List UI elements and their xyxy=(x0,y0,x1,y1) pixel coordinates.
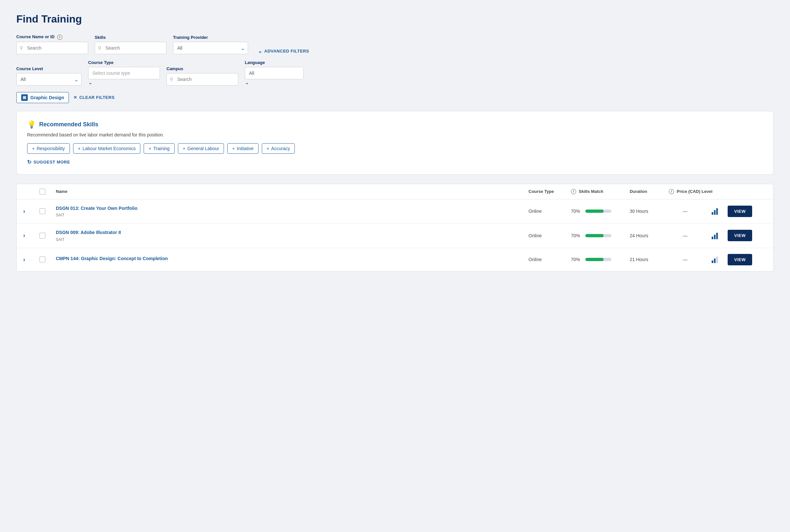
table-header: Name Course Type i Skills Match Duration… xyxy=(17,184,773,200)
course-name-input[interactable] xyxy=(16,42,88,54)
row2-skills-match: 70% xyxy=(571,233,630,238)
training-provider-select[interactable]: All SAIT NAIT University of Calgary xyxy=(173,42,248,54)
header-price: i Price (CAD) xyxy=(669,189,701,194)
skill-plus-icon-responsibility: + xyxy=(32,146,35,151)
graphic-design-chip-label: Graphic Design xyxy=(30,95,64,100)
row3-course-type: Online xyxy=(528,257,571,262)
skill-chip-general-labour[interactable]: + General Labour xyxy=(178,143,224,154)
skill-plus-icon-initiative: + xyxy=(232,146,235,151)
table-row: › DSGN 009: Adobe Illustrator II SAIT On… xyxy=(17,224,773,248)
row2-level-icon xyxy=(712,232,718,239)
row2-duration: 24 Hours xyxy=(630,233,669,238)
suggest-more-link[interactable]: ↻ SUGGEST MORE xyxy=(27,159,763,165)
header-level: Level xyxy=(701,189,728,194)
campus-label: Campus xyxy=(167,66,238,71)
row3-progress-bar-bg xyxy=(585,258,612,261)
language-chevron-icon: ⌄ xyxy=(245,80,249,85)
row3-course-name-link[interactable]: CMPN 144: Graphic Design: Concept to Com… xyxy=(56,256,168,261)
row1-course-type: Online xyxy=(528,209,571,214)
graphic-design-chip-icon xyxy=(21,94,28,101)
clear-filters-x-icon: ✕ xyxy=(73,95,77,100)
row1-skills-match: 70% xyxy=(571,209,630,214)
course-level-label: Course Level xyxy=(16,66,81,71)
row2-progress-bar-bg xyxy=(585,234,612,237)
row2-course-name-link[interactable]: DSGN 009: Adobe Illustrator II xyxy=(56,230,121,235)
language-select[interactable]: All English French xyxy=(245,67,304,79)
suggest-more-icon: ↻ xyxy=(27,159,32,165)
training-provider-wrap: All SAIT NAIT University of Calgary ⌄ xyxy=(173,42,248,54)
row3-price: — xyxy=(669,257,701,262)
course-type-label: Course Type xyxy=(88,60,160,65)
table-row: › DSGN 013: Create Your Own Portfolio SA… xyxy=(17,200,773,224)
header-skills-match: i Skills Match xyxy=(571,189,630,194)
skill-chips-row: + Responsibility + Labour Market Economi… xyxy=(27,143,763,154)
course-level-select[interactable]: All Beginner Intermediate Advanced xyxy=(16,73,81,86)
row2-checkbox[interactable] xyxy=(39,233,45,239)
row2-progress-bar-fill xyxy=(585,234,604,237)
row3-skills-match: 70% xyxy=(571,257,630,262)
lightbulb-icon: 💡 xyxy=(27,120,36,129)
table-row: › CMPN 144: Graphic Design: Concept to C… xyxy=(17,248,773,271)
skill-chip-accuracy[interactable]: + Accuracy xyxy=(262,143,295,154)
recommended-skills-desc: Recommended based on live labor market d… xyxy=(27,132,763,137)
row2-view-button[interactable]: VIEW xyxy=(728,230,752,241)
clear-filters-link[interactable]: ✕ CLEAR FILTERS xyxy=(73,95,115,100)
row1-view-btn-cell: VIEW xyxy=(728,206,767,217)
row2-view-btn-cell: VIEW xyxy=(728,230,767,241)
row1-progress-bar-bg xyxy=(585,210,612,213)
row1-view-button[interactable]: VIEW xyxy=(728,206,752,217)
row1-course-info: DSGN 013: Create Your Own Portfolio SAIT xyxy=(56,205,528,218)
page-title: Find Training xyxy=(16,13,774,25)
price-info-icon: i xyxy=(669,189,674,194)
row1-level xyxy=(701,208,728,215)
skill-chip-responsibility[interactable]: + Responsibility xyxy=(27,143,70,154)
header-checkbox-wrap xyxy=(39,189,56,194)
skill-plus-icon-general-labour: + xyxy=(183,146,185,151)
skills-search-icon: ⚲ xyxy=(98,45,101,51)
row1-price: — xyxy=(669,209,701,214)
skill-chip-initiative[interactable]: + Initiative xyxy=(227,143,259,154)
skills-input[interactable] xyxy=(95,42,167,54)
skills-search-wrap: ⚲ xyxy=(95,42,167,54)
graphic-design-chip[interactable]: Graphic Design xyxy=(16,92,69,103)
row3-view-btn-cell: VIEW xyxy=(728,254,767,265)
row2-level xyxy=(701,232,728,239)
row1-course-name-link[interactable]: DSGN 013: Create Your Own Portfolio xyxy=(56,206,137,211)
row2-provider: SAIT xyxy=(56,237,528,242)
row1-duration: 30 Hours xyxy=(630,209,669,214)
course-type-wrap: Select course type Online In-Person Hybr… xyxy=(88,67,160,86)
language-wrap: All English French ⌄ xyxy=(245,67,304,86)
advanced-filters-link[interactable]: ⌄ ADVANCED FILTERS xyxy=(258,48,309,54)
row1-checkbox[interactable] xyxy=(39,208,45,214)
campus-input[interactable] xyxy=(167,73,238,86)
recommended-skills-section: 💡 Recommended Skills Recommended based o… xyxy=(16,111,774,175)
campus-search-wrap: ⚲ xyxy=(167,73,238,86)
course-type-select[interactable]: Select course type Online In-Person Hybr… xyxy=(88,67,160,79)
row3-view-button[interactable]: VIEW xyxy=(728,254,752,265)
expand-row2-btn[interactable]: › xyxy=(23,232,39,239)
header-checkbox[interactable] xyxy=(39,189,45,194)
active-filters-row: Graphic Design ✕ CLEAR FILTERS xyxy=(16,92,774,103)
skill-plus-icon-training: + xyxy=(149,146,151,151)
row3-level-icon xyxy=(712,256,718,263)
row3-duration: 21 Hours xyxy=(630,257,669,262)
skill-chip-training[interactable]: + Training xyxy=(144,143,174,154)
recommended-skills-title: 💡 Recommended Skills xyxy=(27,120,763,129)
language-label: Language xyxy=(245,60,304,65)
expand-row1-btn[interactable]: › xyxy=(23,208,39,215)
course-type-chevron-icon: ⌄ xyxy=(88,80,92,85)
expand-row3-btn[interactable]: › xyxy=(23,256,39,263)
skills-match-info-icon: i xyxy=(571,189,576,194)
row1-level-icon xyxy=(712,208,718,215)
row3-checkbox[interactable] xyxy=(39,256,45,262)
row1-provider: SAIT xyxy=(56,213,528,217)
course-name-info-icon: i xyxy=(57,35,62,40)
campus-search-icon: ⚲ xyxy=(170,77,173,82)
course-name-search-icon: ⚲ xyxy=(20,45,23,51)
header-course-type: Course Type xyxy=(528,189,571,194)
skill-chip-labour-market-economics[interactable]: + Labour Market Economics xyxy=(73,143,141,154)
skill-plus-icon-accuracy: + xyxy=(267,146,269,151)
course-name-search-wrap: ⚲ xyxy=(16,42,88,54)
course-name-label: Course Name or ID i xyxy=(16,34,88,40)
row3-progress-bar-fill xyxy=(585,258,604,261)
